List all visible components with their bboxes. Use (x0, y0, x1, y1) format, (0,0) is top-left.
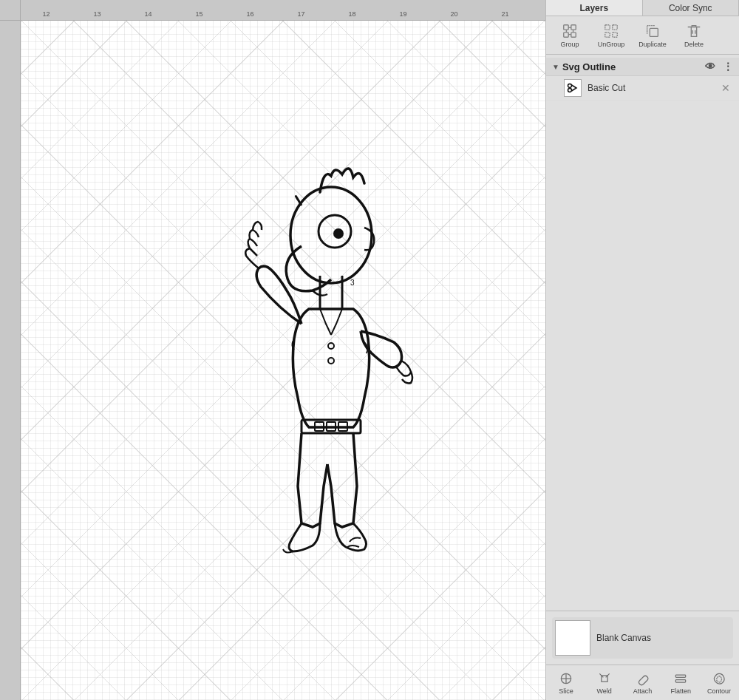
attach-button[interactable]: Attach (624, 667, 661, 699)
right-panel: Layers Color Sync Group UnGroup (545, 0, 739, 700)
layer-delete-icon[interactable]: ✕ (721, 82, 730, 94)
canvas-content[interactable]: 3 (21, 21, 545, 700)
attach-icon (635, 671, 650, 686)
chevron-down-icon: ▼ (552, 63, 559, 71)
scissors-icon (566, 81, 579, 95)
weld-icon (597, 671, 612, 686)
contour-button[interactable]: Contour (701, 667, 738, 699)
ungroup-icon (603, 23, 619, 39)
blank-canvas-thumb[interactable]: Blank Canvas (552, 617, 733, 659)
canvas-section: Blank Canvas (546, 611, 739, 665)
flatten-button[interactable]: Flatten (662, 667, 699, 699)
svg-rect-16 (605, 32, 610, 36)
canvas-area: 12 13 14 15 16 17 18 19 20 21 (0, 0, 545, 700)
svg-point-4 (328, 358, 334, 364)
duplicate-icon (644, 23, 661, 39)
svg-rect-17 (613, 32, 617, 36)
layer-item-basic-cut[interactable]: Basic Cut ✕ (546, 76, 739, 101)
svg-rect-12 (564, 32, 568, 36)
scroll-icon: ⋮ (723, 61, 733, 72)
contour-icon (712, 671, 726, 686)
eye-icon[interactable]: 👁 (705, 61, 715, 72)
svg-rect-11 (571, 24, 576, 29)
svg-rect-18 (650, 28, 658, 36)
svg-point-20 (568, 89, 572, 92)
svg-text:3: 3 (350, 279, 355, 287)
svg-rect-15 (613, 24, 617, 29)
tab-color-sync[interactable]: Color Sync (643, 0, 740, 16)
duplicate-button[interactable]: Duplicate (633, 19, 672, 52)
panel-tabs: Layers Color Sync (546, 0, 739, 16)
slice-button[interactable]: Slice (548, 667, 585, 699)
delete-icon (686, 23, 702, 39)
layer-thumb (564, 79, 582, 97)
character-image[interactable]: 3 (205, 132, 457, 612)
group-button[interactable]: Group (551, 19, 589, 52)
svg-point-19 (568, 84, 572, 88)
ruler-top: 12 13 14 15 16 17 18 19 20 21 (21, 0, 545, 21)
svg-point-2 (333, 228, 344, 239)
panel-toolbar: Group UnGroup Duplicate Delete (546, 16, 739, 55)
svg-rect-13 (571, 32, 576, 36)
group-icon (562, 23, 578, 39)
svg-point-0 (290, 187, 372, 283)
ungroup-button[interactable]: UnGroup (592, 19, 630, 52)
layer-group-svg-outline: ▼ Svg Outline 👁 ⋮ Basic Cut ✕ (546, 58, 739, 101)
delete-button[interactable]: Delete (675, 19, 713, 52)
weld-button[interactable]: Weld (586, 667, 623, 699)
bottom-toolbar: Slice Weld Attach Flatten (546, 665, 739, 700)
ruler-corner (0, 0, 21, 21)
flatten-icon (673, 671, 688, 686)
svg-point-3 (328, 343, 334, 349)
canvas-thumbnail (555, 620, 590, 656)
layer-list: ▼ Svg Outline 👁 ⋮ Basic Cut ✕ (546, 55, 739, 611)
tab-layers[interactable]: Layers (546, 0, 643, 16)
svg-rect-10 (564, 24, 568, 29)
svg-rect-22 (676, 675, 686, 677)
svg-rect-14 (605, 24, 610, 29)
ruler-left (0, 21, 21, 700)
slice-icon (559, 671, 573, 686)
svg-rect-23 (676, 679, 686, 682)
layer-group-header[interactable]: ▼ Svg Outline 👁 ⋮ (546, 58, 739, 76)
